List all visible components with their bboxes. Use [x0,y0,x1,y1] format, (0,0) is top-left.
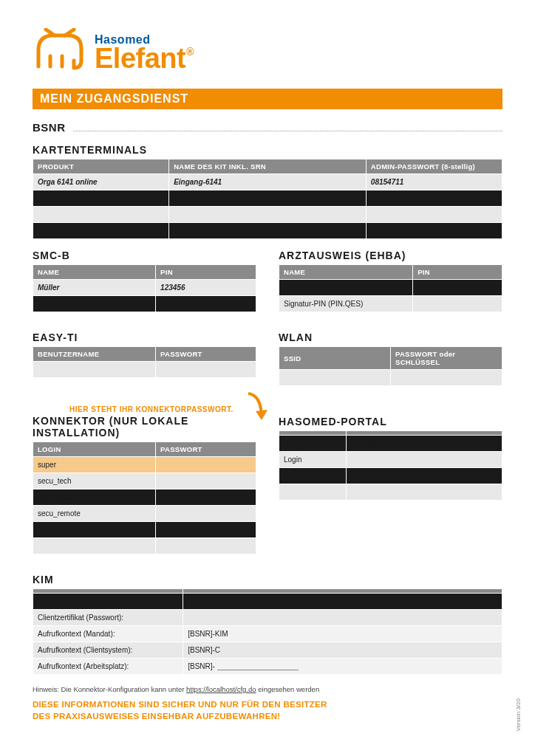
smcb-r2c2[interactable] [156,296,256,312]
section-smcb: SMC-B NAMEPIN Müller123456 [33,250,256,312]
section-portal: HASOMED-PORTAL URLhttps://hasomed.tik/we… [279,405,502,501]
konn-pass-2[interactable] [156,489,256,506]
konn-pass-3[interactable] [156,506,256,522]
portal-table: URLhttps://hasomed.tik/webtik.de Login P… [279,430,502,501]
karten-r4c1[interactable] [33,223,169,239]
konnektor-table: LOGINPASSWORT super secu_tech secu_local… [33,441,256,554]
karten-r2c1[interactable] [33,190,169,207]
portal-login-val[interactable] [346,452,502,468]
karten-r1c2[interactable]: Eingang-6141 [169,174,367,190]
section-kartenterminals: KARTENTERMINALS PRODUKT NAME DES KIT INK… [33,144,502,239]
easyti-table: BENUTZERNAMEPASSWORT [33,346,256,378]
konn-pass-5[interactable] [156,538,256,554]
kim-r2-label: Aufrufkontext (Mandat): [33,626,183,642]
warning-text: DIESE INFORMATIONEN SIND SICHER UND NUR … [33,699,502,722]
ehba-col0: NAME [279,265,413,280]
karten-r2c3[interactable] [366,190,502,207]
logo-brand-bottom: Elefant [95,44,185,72]
smcb-col1: PIN [156,265,256,280]
konn-col1: PASSWORT [156,442,256,457]
ehba-r1c2[interactable] [413,280,502,296]
kim-r1-val[interactable] [183,610,502,626]
kim-r3-label: Aufrufkontext (Clientsystem): [33,642,183,659]
easyti-col0: BENUTZERNAME [33,347,156,362]
karten-r4c2[interactable] [169,223,367,239]
smcb-r2c1[interactable] [33,296,156,312]
konn-login-5[interactable] [33,538,156,554]
konnektor-heading: KONNEKTOR (NUR LOKALE INSTALLATION) [33,415,256,439]
ehba-r1c1[interactable]: Karten-PIN (PIN.CH) [279,280,413,296]
version-label: Version 3/20 [515,698,522,731]
wlan-col1: PASSWORT oder SCHLÜSSEL [391,347,502,370]
logo: Hasomed Elefant ® [33,28,502,72]
konn-pass-0[interactable] [156,457,256,473]
karten-heading: KARTENTERMINALS [33,144,502,156]
ehba-r2c2[interactable] [413,296,502,312]
konn-pass-4[interactable] [156,522,256,538]
bsnr-row: BSNR [33,121,502,134]
konn-login-4[interactable]: Geheimnis [33,522,156,538]
footnote: Hinweis: Die Konnektor-Konfiguration kan… [33,685,502,693]
kim-r2-val[interactable]: [BSNR]-KIM [183,626,502,642]
section-ehba: ARZTAUSWEIS (EHBA) NAMEPIN Karten-PIN (P… [279,250,502,312]
easyti-pass[interactable] [156,362,256,378]
portal-empty-r[interactable] [346,484,502,501]
karten-r1c3[interactable]: 08154711 [366,174,502,190]
karten-r3c1[interactable] [33,207,169,223]
kim-r1-label: Clientzertifikat (Passwort): [33,610,183,626]
elephant-icon [33,28,90,72]
karten-r3c3[interactable] [366,207,502,223]
footnote-link[interactable]: https://localhost/cfg.do [186,685,256,693]
karten-col-0: PRODUKT [33,159,169,174]
bsnr-input-line[interactable] [73,123,502,131]
karten-r4c3[interactable] [366,223,502,239]
konn-login-2[interactable]: secu_local [33,489,156,506]
karten-col-1: NAME DES KIT INKL. SRN [169,159,367,174]
easyti-heading: EASY-TI [33,331,256,343]
ehba-r2c1[interactable]: Signatur-PIN (PIN.QES) [279,296,413,312]
wlan-heading: WLAN [279,331,502,343]
page-title: MEIN ZUGANGSDIENST [33,89,502,109]
portal-pass-val[interactable] [346,468,502,484]
portal-url-label: URL [279,436,347,452]
karten-table: PRODUKT NAME DES KIT INKL. SRN ADMIN-PAS… [33,159,502,239]
smcb-pin[interactable]: 123456 [156,280,256,296]
section-konnektor: HIER STEHT IHR KONNEKTORPASSWORT. KONNEK… [33,405,256,554]
karten-r2c2[interactable] [169,190,367,207]
kim-heading: KIM [33,574,502,585]
portal-pass-label: Passwort [279,468,347,484]
logo-text: Hasomed Elefant ® [95,34,194,72]
portal-url-val[interactable]: https://hasomed.tik/webtik.de [346,436,502,452]
smcb-name[interactable]: Müller [33,280,156,296]
ehba-heading: ARZTAUSWEIS (EHBA) [279,250,502,261]
konn-login-0[interactable]: super [33,457,156,473]
karten-r1c1[interactable]: Orga 6141 online [33,174,169,190]
portal-login-label: Login [279,452,347,468]
ehba-table: NAMEPIN Karten-PIN (PIN.CH) Signatur-PIN… [279,264,502,312]
kim-table: Clientzertifikat (Speicherort): Clientze… [33,588,502,675]
easyti-col1: PASSWORT [156,347,256,362]
konn-login-3[interactable]: secu_remote [33,506,156,522]
portal-empty-l[interactable] [279,484,347,501]
logo-registered: ® [186,47,194,57]
kim-r4-val[interactable]: [BSNR]- [183,659,502,675]
bsnr-label: BSNR [33,121,66,134]
kim-r3-val[interactable]: [BSNR]-C [183,642,502,659]
wlan-ssid[interactable] [279,370,391,386]
wlan-pass[interactable] [391,370,502,386]
konn-pass-1[interactable] [156,473,256,489]
konn-login-1[interactable]: secu_tech [33,473,156,489]
kim-r0-val[interactable] [183,594,502,610]
kim-r0-label: Clientzertifikat (Speicherort): [33,594,183,610]
wlan-col0: SSID [279,347,391,370]
karten-col-2: ADMIN-PASSWORT (8-stellig) [366,159,502,174]
smcb-table: NAMEPIN Müller123456 [33,264,256,312]
section-wlan: WLAN SSIDPASSWORT oder SCHLÜSSEL [279,331,502,386]
kim-r4-label: Aufrufkontext (Arbeitsplatz): [33,659,183,675]
section-kim: KIM Clientzertifikat (Speicherort): Clie… [33,574,502,675]
smcb-col0: NAME [33,265,156,280]
karten-r3c2[interactable] [169,207,367,223]
portal-heading: HASOMED-PORTAL [279,416,502,427]
easyti-user[interactable] [33,362,156,378]
konnektor-hint: HIER STEHT IHR KONNEKTORPASSWORT. [69,405,256,413]
